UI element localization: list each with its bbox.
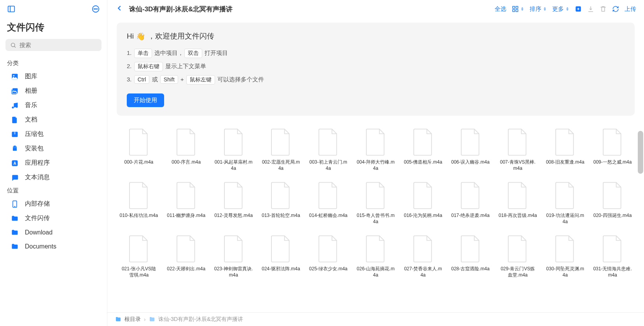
view-mode-button[interactable]: [512, 5, 524, 12]
file-name: 029-青云门VS炼血堂.m4a: [498, 266, 537, 278]
svg-point-9: [13, 75, 14, 76]
search-box[interactable]: [5, 39, 102, 51]
sidebar-item-label: 压缩包: [25, 130, 44, 138]
file-icon: [175, 182, 198, 210]
file-name: 006-误入幽谷.m4a: [451, 159, 490, 166]
file-item[interactable]: 001-风起草庙村.m4a: [212, 127, 256, 173]
file-icon: [364, 182, 387, 210]
file-item[interactable]: 009-一怒之威.m4a: [590, 127, 635, 173]
apk-icon: [11, 145, 19, 153]
svg-rect-24: [516, 6, 518, 8]
sidebar-item-gallery[interactable]: 图库: [0, 69, 107, 84]
file-item[interactable]: 014-虹桥幽会.m4a: [306, 180, 350, 226]
file-item[interactable]: 016-沦为笑柄.m4a: [401, 180, 445, 226]
file-item[interactable]: 012-灵尊发怒.m4a: [212, 180, 256, 226]
refresh-button[interactable]: [612, 5, 619, 12]
file-item[interactable]: 019-功法遭逼问.m4a: [543, 180, 587, 226]
new-folder-button[interactable]: [575, 5, 582, 12]
file-icon: [175, 235, 198, 263]
tip-3: Ctrl 或 Shift + 鼠标左键 可以选择多个文件: [127, 73, 625, 86]
file-item[interactable]: 000-片花.m4a: [117, 127, 161, 173]
sidebar-item-message[interactable]: 文本消息: [0, 170, 107, 185]
select-all-button[interactable]: 全选: [495, 5, 506, 13]
file-icon: [128, 128, 150, 156]
file-item[interactable]: 026-山海苑摘花.m4a: [354, 233, 398, 280]
file-item[interactable]: 027-焚香谷来人.m4a: [401, 233, 445, 280]
back-button[interactable]: [115, 4, 124, 14]
file-item[interactable]: 003-初上青云门.m4a: [306, 127, 350, 173]
app-icon: A: [11, 159, 19, 167]
file-item[interactable]: 029-青云门VS炼血堂.m4a: [496, 233, 540, 280]
file-item[interactable]: 000-序言.m4a: [164, 127, 208, 173]
file-item[interactable]: 030-同坠死灵渊.m4a: [543, 233, 587, 280]
panel-toggle-icon[interactable]: [7, 5, 16, 15]
file-icon: [222, 128, 245, 156]
sidebar-item-music[interactable]: 音乐: [0, 98, 107, 113]
svg-point-18: [16, 146, 16, 147]
file-item[interactable]: 004-拜师大竹峰.m4a: [354, 127, 398, 173]
file-item[interactable]: 015-奇人曾书书.m4a: [354, 180, 398, 226]
folder-icon: [149, 316, 155, 322]
file-item[interactable]: 021-张小凡VS陆雪琪.m4a: [117, 233, 161, 280]
file-name: 021-张小凡VS陆雪琪.m4a: [119, 266, 158, 278]
file-item[interactable]: 008-旧友重逢.m4a: [543, 127, 587, 173]
file-item[interactable]: 011-幽梦缠身.m4a: [164, 180, 208, 226]
file-name: 005-佛道相斥.m4a: [404, 159, 442, 166]
file-item[interactable]: 013-首轮轮空.m4a: [259, 180, 303, 226]
breadcrumb-root[interactable]: 根目录: [124, 316, 141, 323]
more-button[interactable]: 更多: [552, 5, 569, 13]
file-icon: [317, 182, 340, 210]
file-name: 031-无情海共患难.m4a: [593, 266, 632, 278]
file-icon: [554, 235, 576, 263]
upload-button[interactable]: 上传: [625, 5, 636, 13]
file-item[interactable]: 022-天琊剑出.m4a: [164, 233, 208, 280]
file-item[interactable]: 020-四强诞生.m4a: [590, 180, 635, 226]
file-item[interactable]: 007-青珠VS黑棒.m4a: [496, 127, 540, 173]
svg-point-12: [12, 106, 14, 108]
svg-rect-16: [13, 148, 17, 151]
sidebar-item-album[interactable]: 相册: [0, 84, 107, 98]
folder-icon: [115, 316, 121, 322]
file-item[interactable]: 018-再次晋级.m4a: [496, 180, 540, 226]
svg-point-6: [11, 43, 15, 46]
file-name: 030-同坠死灵渊.m4a: [546, 266, 584, 278]
file-item[interactable]: 006-误入幽谷.m4a: [448, 127, 493, 173]
file-item[interactable]: 017-绝杀逆袭.m4a: [448, 180, 493, 226]
start-button[interactable]: 开始使用: [127, 93, 164, 107]
file-item[interactable]: 031-无情海共患难.m4a: [590, 233, 635, 280]
music-icon: [11, 102, 19, 109]
file-item[interactable]: 025-绿衣少女.m4a: [306, 233, 350, 280]
sidebar-item-apk[interactable]: 安装包: [0, 141, 107, 156]
sidebar: 文件闪传 分类 图库相册音乐文档压缩包安装包A应用程序文本消息 位置 内部存储文…: [0, 0, 107, 326]
sort-button[interactable]: 排序: [530, 5, 547, 13]
file-name: 017-绝杀逆袭.m4a: [451, 213, 490, 219]
svg-text:A: A: [13, 161, 16, 166]
gallery-icon: [11, 73, 19, 81]
file-icon: [364, 235, 387, 263]
file-item[interactable]: 002-宏愿生死局.m4a: [259, 127, 303, 173]
file-item[interactable]: 028-古窟遇险.m4a: [448, 233, 493, 280]
sidebar-item-archive[interactable]: 压缩包: [0, 127, 107, 141]
file-item[interactable]: 024-驱邪法阵.m4a: [259, 233, 303, 280]
sidebar-item-app[interactable]: A应用程序: [0, 156, 107, 170]
sidebar-item-download[interactable]: Download: [0, 226, 107, 240]
file-name: 026-山海苑摘花.m4a: [356, 266, 395, 278]
file-item[interactable]: 023-神剑御雷真诀.m4a: [212, 233, 256, 280]
sidebar-item-flash[interactable]: 文件闪传: [0, 211, 107, 226]
svg-rect-0: [8, 6, 15, 12]
delete-button[interactable]: [600, 5, 607, 12]
file-item[interactable]: 010-私传功法.m4a: [117, 180, 161, 226]
sidebar-item-documents[interactable]: Documents: [0, 240, 107, 254]
sidebar-item-label: Download: [25, 229, 52, 236]
download-button[interactable]: [587, 5, 594, 12]
svg-point-17: [14, 146, 14, 147]
categories-label: 分类: [0, 57, 107, 69]
sidebar-item-internal[interactable]: 内部存储: [0, 197, 107, 211]
scrollbar-thumb[interactable]: [638, 131, 643, 174]
file-icon: [506, 128, 529, 156]
more-icon[interactable]: [91, 5, 100, 15]
sidebar-item-document[interactable]: 文档: [0, 113, 107, 127]
file-icon: [222, 235, 245, 263]
file-item[interactable]: 005-佛道相斥.m4a: [401, 127, 445, 173]
search-input[interactable]: [19, 42, 97, 48]
